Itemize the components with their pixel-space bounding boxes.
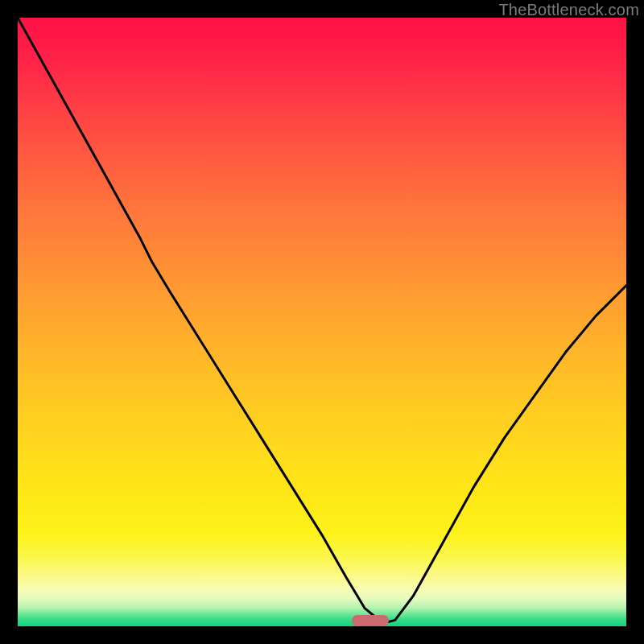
bottleneck-curve <box>18 18 626 626</box>
outer-frame: TheBottleneck.com <box>0 0 644 644</box>
watermark-text: TheBottleneck.com <box>498 1 639 19</box>
minimum-marker <box>352 615 389 626</box>
plot-area <box>18 18 626 626</box>
